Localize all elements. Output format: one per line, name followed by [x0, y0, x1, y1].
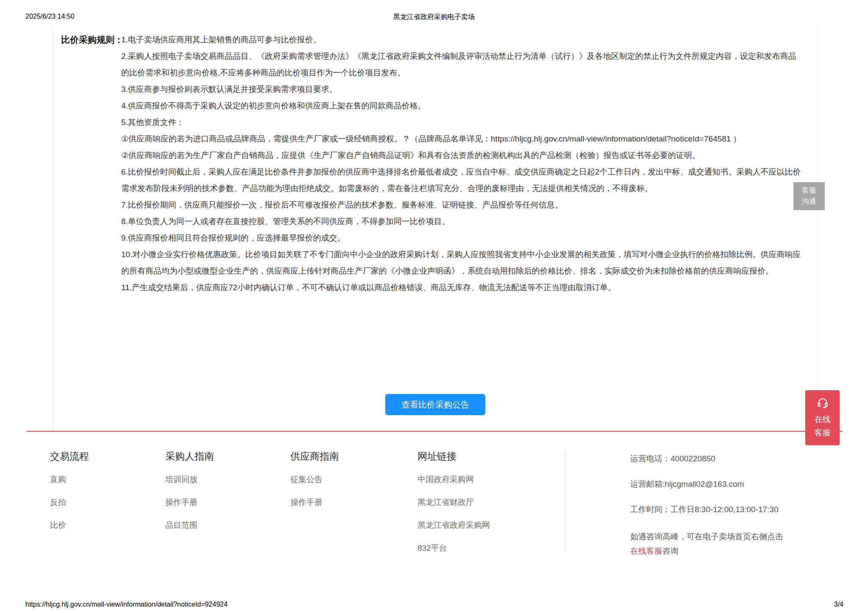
contact-email: 运营邮箱:hljcgmall02@163.com	[630, 479, 829, 490]
footer-vertical-divider	[565, 452, 566, 553]
rule-item: 5.其他资质文件：	[121, 114, 802, 130]
rule-item: ①供应商响应的若为进口商品或品牌商品，需提供生产厂家或一级经销商授权。？（品牌商…	[121, 130, 802, 147]
print-page-number: 3/4	[834, 601, 843, 608]
rule-item: 8.单位负责人为同一人或者存在直接控股、管理关系的不同供应商，不得参加同一比价项…	[121, 213, 802, 230]
footer-column-supplier-guide: 供应商指南 征集公告 操作手册	[290, 450, 339, 520]
footer-column-title: 交易流程	[50, 450, 89, 463]
customer-chat-badge[interactable]: 客服 沟通	[793, 182, 825, 210]
service-badge-label: 客服	[815, 427, 831, 439]
rule-item: 10.对小微企业实行价格优惠政策。比价项目如关联了不专门面向中小企业的政府采购计…	[121, 246, 802, 279]
footer-link-category-scope[interactable]: 品目范围	[165, 520, 214, 531]
chat-badge-label: 沟通	[802, 196, 816, 207]
footer-column-title: 采购人指南	[165, 450, 214, 463]
footer-link-collection-notice[interactable]: 征集公告	[290, 474, 339, 485]
footer-column-trade-flow: 交易流程 直购 反拍 比价	[50, 450, 89, 543]
footer-column-buyer-guide: 采购人指南 培训回放 操作手册 品目范围	[165, 450, 214, 543]
chat-badge-label: 客服	[802, 185, 816, 196]
footer-column-title: 网址链接	[417, 450, 490, 463]
headset-icon	[816, 397, 829, 409]
footer-link-hlj-procurement[interactable]: 黑龙江省政府采购网	[417, 520, 490, 531]
contact-phone: 运营电话：4000220850	[630, 453, 829, 464]
print-source-url: https://hljcg.hlj.gov.cn/mall-view/infor…	[25, 601, 228, 608]
rule-item: ②供应商响应的若为生产厂家自产自销商品，应提供《生产厂家自产自销商品证明》和具有…	[121, 147, 802, 164]
footer-link-hlj-finance[interactable]: 黑龙江省财政厅	[417, 497, 490, 508]
rule-item: 3.供应商参与报价则表示默认满足并接受采购需求项目要求。	[121, 81, 802, 97]
footer-link-price-compare[interactable]: 比价	[50, 520, 89, 531]
rule-item: 11.产生成交结果后，供应商应72小时内确认订单，不可不确认订单或以商品价格错误…	[121, 279, 802, 296]
online-service-badge[interactable]: 在线 客服	[805, 390, 840, 445]
footer-link-direct-buy[interactable]: 直购	[50, 474, 89, 485]
footer-divider-line	[27, 431, 843, 432]
rule-item: 6.比价报价时间截止后，采购人应在满足比价条件并参加报价的供应商中选择排名价最低…	[121, 164, 802, 197]
rule-item: 2.采购人按照电子卖场交易商品品目、《政府采购需求管理办法》《黑龙江省政府采购文…	[121, 48, 802, 81]
contact-hours: 工作时间：工作日8:30-12:00,13:00-17:30	[630, 504, 829, 515]
footer-link-training-replay[interactable]: 培训回放	[165, 474, 214, 485]
footer-link-reverse-auction[interactable]: 反拍	[50, 497, 89, 508]
view-announcements-button[interactable]: 查看比价采购公告	[385, 394, 485, 415]
contact-note: 如遇咨询高峰，可在电子卖场首页右侧点击 在线客服咨询	[630, 530, 829, 558]
contact-note-text: 如遇咨询高峰，可在电子卖场首页右侧点击	[630, 532, 783, 541]
footer-link-ccgp[interactable]: 中国政府采购网	[417, 474, 490, 485]
page-title: 黑龙江省政府采购电子卖场	[0, 13, 868, 22]
footer-contact: 运营电话：4000220850 运营邮箱:hljcgmall02@163.com…	[630, 453, 829, 558]
footer-link-manual[interactable]: 操作手册	[290, 497, 339, 508]
rule-item: 4.供应商报价不得高于采购人设定的初步意向价格和供应商上架在售的同款商品价格。	[121, 97, 802, 114]
footer-column-title: 供应商指南	[290, 450, 339, 463]
footer-column-site-links: 网址链接 中国政府采购网 黑龙江省财政厅 黑龙江省政府采购网 832平台	[417, 450, 490, 566]
online-service-link[interactable]: 在线客服	[630, 546, 662, 555]
footer-link-manual[interactable]: 操作手册	[165, 497, 214, 508]
rule-item: 7.比价报价期间，供应商只能报价一次，报价后不可修改报价产品的技术参数、服务标准…	[121, 197, 802, 213]
footer-link-832-platform[interactable]: 832平台	[417, 543, 490, 554]
contact-note-text: 咨询	[662, 546, 679, 555]
service-badge-label: 在线	[815, 413, 831, 426]
rules-label: 比价采购规则：	[61, 31, 121, 296]
content-card: 比价采购规则： 1.电子卖场供应商用其上架销售的商品可参与比价报价。 2.采购人…	[53, 28, 818, 431]
rules-text: 1.电子卖场供应商用其上架销售的商品可参与比价报价。 2.采购人按照电子卖场交易…	[121, 31, 802, 296]
rule-item: 9.供应商报价相同且符合报价规则的，应选择最早报价的成交。	[121, 230, 802, 246]
rule-item: 1.电子卖场供应商用其上架销售的商品可参与比价报价。	[121, 31, 802, 48]
page: 2025/6/23 14:50 黑龙江省政府采购电子卖场 比价采购规则： 1.电…	[0, 0, 868, 613]
rules-section: 比价采购规则： 1.电子卖场供应商用其上架销售的商品可参与比价报价。 2.采购人…	[61, 31, 802, 296]
